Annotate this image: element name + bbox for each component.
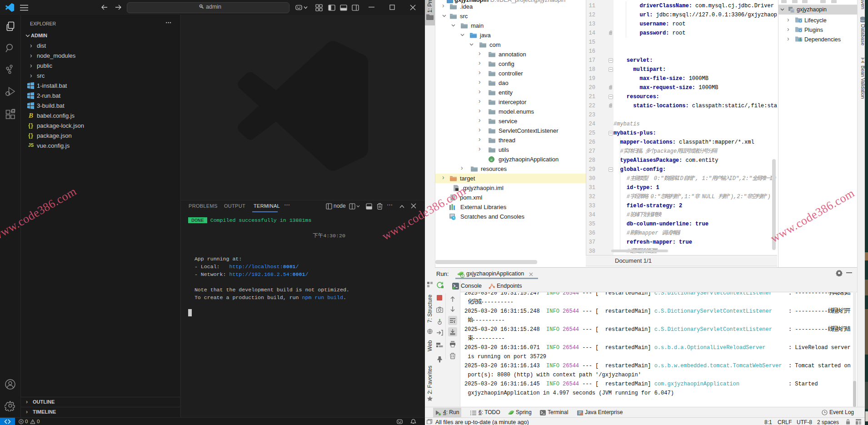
svg-text:c: c [491, 158, 493, 162]
svg-text:m: m [791, 9, 794, 13]
